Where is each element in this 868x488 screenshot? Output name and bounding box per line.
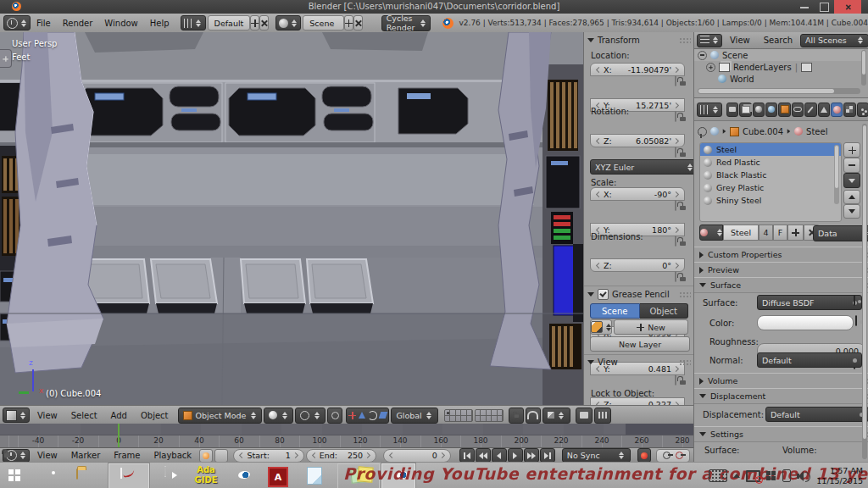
material-slot[interactable]: Black Plastic [700, 169, 841, 181]
surface-socket-button[interactable] [854, 295, 855, 306]
gp-new-button[interactable]: New [614, 319, 688, 335]
notes-app-taskbar-icon[interactable] [307, 467, 322, 485]
rotation-z-field[interactable]: Z:0° [590, 258, 685, 272]
tab-object-data-icon[interactable] [818, 103, 830, 117]
orientation-dropdown[interactable]: Global [391, 408, 437, 424]
material-slot-remove-button[interactable] [843, 158, 860, 173]
section-volume[interactable]: Volume [694, 373, 868, 389]
renderlayer-toggle-icon[interactable] [801, 63, 812, 72]
prev-keyframe-button[interactable] [476, 448, 491, 463]
viewport-menu-view[interactable]: View [31, 411, 64, 420]
material-slot[interactable]: Shiny Steel [700, 194, 841, 207]
scale-y-lock-icon[interactable] [675, 374, 676, 385]
keying-set-field[interactable] [656, 449, 690, 463]
layers-grid-left[interactable] [444, 409, 473, 422]
timeline-ruler[interactable]: -40 -20 0 20 40 60 80 100 120 140 160 18… [0, 435, 693, 448]
outliner-display-mode-dropdown[interactable]: All Scenes [800, 34, 868, 47]
translate-manipulator-icon[interactable] [348, 412, 356, 419]
scene-add-button[interactable] [344, 15, 353, 30]
breadcrumb-material-icon[interactable] [794, 127, 803, 136]
npanel-toggle-tab[interactable] [0, 49, 12, 68]
layout-add-button[interactable] [250, 15, 259, 30]
material-specials-button[interactable] [843, 173, 860, 188]
frame-lock-icon[interactable] [214, 449, 228, 463]
menu-file[interactable]: File [31, 19, 57, 28]
key-remove-icon[interactable] [676, 452, 683, 459]
snap-toggle[interactable] [526, 408, 541, 424]
scene-delete-button[interactable] [353, 15, 363, 30]
material-slot[interactable]: Red Plastic [700, 156, 841, 169]
lock-to-scene-toggle[interactable] [509, 408, 524, 424]
gp-tab-scene[interactable]: Scene [590, 303, 640, 319]
material-slot-add-button[interactable] [843, 142, 860, 158]
render-opengl-anim-button[interactable] [594, 408, 611, 424]
tab-particles-icon[interactable] [857, 103, 868, 117]
next-keyframe-button[interactable] [524, 448, 539, 463]
material-slot[interactable]: Steel [700, 143, 841, 156]
view-panel-header[interactable]: View [587, 358, 691, 367]
timeline-menu-frame[interactable]: Frame [108, 451, 146, 460]
breadcrumb-object-name[interactable]: Cube.004 [743, 127, 783, 136]
displacement-dropdown[interactable]: Default [765, 407, 868, 422]
jump-to-start-button[interactable] [459, 448, 475, 463]
grease-pencil-panel-header[interactable]: Grease Pencil [587, 289, 691, 300]
render-engine-dropdown[interactable]: Cycles Render [381, 15, 431, 31]
material-users-button[interactable]: 4 [759, 225, 773, 241]
normal-dropdown[interactable]: Default [757, 352, 862, 368]
sync-dropdown[interactable]: No Sync [562, 448, 631, 463]
adobe-reader-taskbar-icon[interactable]: A [268, 467, 288, 487]
material-fake-user-button[interactable]: F [773, 225, 787, 241]
scene-name-field[interactable]: Scene [303, 15, 343, 30]
rotation-x-lock-icon[interactable] [675, 200, 676, 211]
outliner-row-world[interactable]: World [718, 73, 860, 85]
gp-new-layer-button[interactable]: New Layer [590, 336, 690, 352]
tab-scene-icon[interactable] [753, 103, 765, 117]
viewport-3d[interactable]: User Persp Feet z x (0) Cube.004 [0, 32, 583, 405]
collapse-plus-icon[interactable] [706, 63, 715, 72]
current-frame-field[interactable]: 0 [383, 449, 451, 463]
tab-texture-icon[interactable] [843, 103, 855, 117]
move-manipulator-icon[interactable] [359, 412, 365, 419]
rotation-z-lock-icon[interactable] [675, 271, 676, 282]
viewport-canvas[interactable] [0, 32, 583, 405]
material-slot-move-up-button[interactable] [843, 190, 860, 204]
auto-keyframe-record-button[interactable] [637, 448, 651, 463]
panel-grip-icon[interactable] [679, 359, 691, 365]
taskbar-clock[interactable]: 1:57 AM 11/15/2015 [816, 466, 863, 486]
breadcrumb-object-icon[interactable] [730, 127, 739, 136]
file-explorer-taskbar-icon[interactable] [76, 469, 78, 480]
location-z-lock-icon[interactable] [675, 147, 676, 158]
timeline-menu-marker[interactable]: Marker [65, 451, 107, 460]
windows-tray-icon[interactable] [766, 471, 771, 475]
play-reverse-button[interactable] [492, 448, 507, 463]
pin-icon[interactable] [698, 127, 707, 136]
location-y-lock-icon[interactable] [675, 111, 676, 122]
properties-editor-selector[interactable] [697, 103, 722, 117]
outliner-menu-search[interactable]: Search [758, 36, 798, 45]
menu-help[interactable]: Help [144, 19, 175, 28]
section-preview[interactable]: Preview [694, 262, 868, 278]
rotation-x-field[interactable]: X:-90° [590, 187, 685, 201]
mode-dropdown[interactable]: Object Mode [178, 408, 263, 424]
media-player-taskbar-icon[interactable] [164, 466, 166, 477]
material-name-field[interactable]: Steel [723, 225, 759, 241]
collapse-minus-icon[interactable] [698, 51, 707, 60]
viewport-editor-selector[interactable] [3, 408, 30, 423]
frame-start-field[interactable]: Start:1 [233, 449, 303, 463]
tab-modifiers-icon[interactable] [804, 103, 816, 117]
menu-render[interactable]: Render [57, 19, 99, 28]
tab-constraints-icon[interactable] [792, 103, 804, 117]
viewport-menu-add[interactable]: Add [105, 411, 133, 420]
maximize-button[interactable] [820, 3, 829, 12]
photo-viewer-taskbar-icon[interactable] [120, 468, 122, 479]
key-icon[interactable] [663, 452, 670, 459]
material-list-scrollbar[interactable] [834, 145, 839, 204]
material-browse-button[interactable] [699, 225, 723, 241]
shading-dropdown[interactable] [264, 408, 293, 424]
menu-window[interactable]: Window [98, 19, 143, 28]
surface-shader-dropdown[interactable]: Diffuse BSDF [757, 295, 862, 310]
rotation-y-lock-icon[interactable] [675, 236, 676, 247]
rotate-manipulator-icon[interactable] [368, 411, 377, 420]
jump-to-end-button[interactable] [540, 448, 555, 463]
outliner-hscrollbar[interactable] [698, 88, 860, 94]
